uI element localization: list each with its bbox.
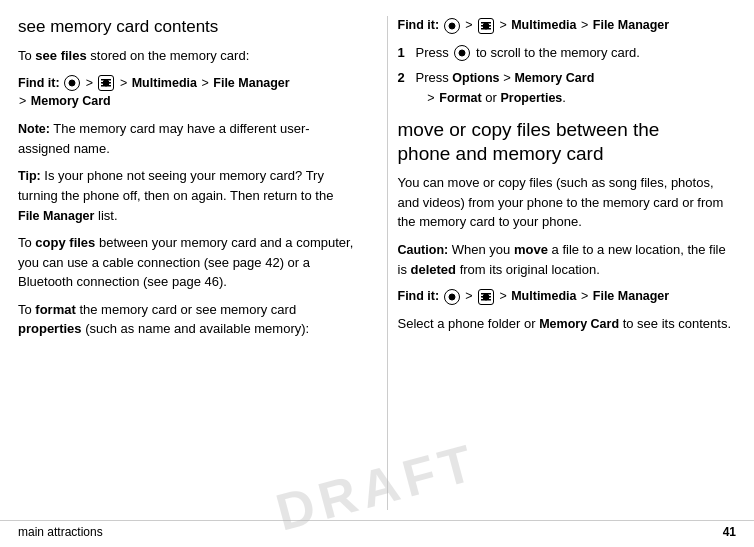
note-paragraph: Note: The memory card may have a differe… — [18, 119, 357, 158]
find-it-1: Find it: > > Multimedia > File Manager >… — [18, 74, 357, 112]
left-section-title: see memory card contents — [18, 16, 357, 38]
r2-multimedia-label: Multimedia — [511, 289, 576, 303]
note-text: The memory card may have a different use… — [18, 121, 310, 156]
step2-num: 2 — [398, 68, 416, 108]
r2-arrow-3: > — [581, 289, 588, 303]
footer-label: main attractions — [18, 525, 103, 539]
copy-bold: copy files — [35, 235, 95, 250]
right-column: Find it: > > Multimedia > File Manager 1 — [387, 16, 737, 510]
step-2: 2 Press Options > Memory Card > Format o… — [398, 68, 737, 108]
body2-rest: to see its contents. — [619, 316, 731, 331]
intro-paragraph: To see files stored on the memory card: — [18, 46, 357, 66]
intro-text: To — [18, 48, 35, 63]
page-footer: main attractions 41 — [0, 520, 754, 547]
content-area: see memory card contents To see files st… — [0, 0, 754, 520]
section2-title-line1: move or copy files between the — [398, 119, 660, 140]
svg-rect-8 — [481, 299, 491, 301]
find-it-2: Find it: > > Multimedia > File Manager — [398, 16, 737, 35]
tip-text2: list. — [94, 208, 117, 223]
format-text: the memory card or see memory card — [76, 302, 296, 317]
find-label-2: Find it: — [398, 18, 440, 32]
right-body1: You can move or copy files (such as song… — [398, 173, 737, 232]
r-arrow-2: > — [499, 18, 506, 32]
menu-icon-1 — [98, 75, 114, 91]
caution-text3: from its original location. — [456, 262, 600, 277]
step2-content: Press Options > Memory Card > Format or … — [416, 68, 595, 108]
step1-content: Press to scroll to the memory card. — [416, 43, 640, 63]
format-intro: To — [18, 302, 35, 317]
caution-text: When you — [448, 242, 514, 257]
page-container: DRAFT see memory card contents To see fi… — [0, 0, 754, 547]
r-multimedia-label: Multimedia — [511, 18, 576, 32]
copy-paragraph: To copy files between your memory card a… — [18, 233, 357, 292]
format-text2: (such as name and available memory): — [82, 321, 310, 336]
step1-num: 1 — [398, 43, 416, 63]
r2-file-manager-label: File Manager — [593, 289, 669, 303]
body2-code: Memory Card — [539, 317, 619, 331]
menu-icon-3 — [478, 289, 494, 305]
step-1: 1 Press to scroll to the memory card. — [398, 43, 737, 63]
format-paragraph: To format the memory card or see memory … — [18, 300, 357, 339]
arrow-1: > — [86, 76, 93, 90]
format-bold2: properties — [18, 321, 82, 336]
step2-properties: Properties — [500, 91, 562, 105]
step2-options: Options — [452, 71, 499, 85]
find-label-1: Find it: — [18, 76, 60, 90]
step2-or: or — [482, 90, 501, 105]
note-label: Note: — [18, 122, 50, 136]
r2-arrow-2: > — [499, 289, 506, 303]
svg-rect-6 — [481, 293, 491, 295]
r-arrow-1: > — [465, 18, 472, 32]
left-column: see memory card contents To see files st… — [18, 16, 367, 510]
svg-rect-4 — [481, 25, 491, 27]
caution-label: Caution: — [398, 243, 449, 257]
step2-gt: > — [500, 70, 515, 85]
step2-period: . — [562, 90, 566, 105]
right-body2: Select a phone folder or Memory Card to … — [398, 314, 737, 334]
right-section-title: move or copy files between the phone and… — [398, 118, 737, 166]
copy-intro: To — [18, 235, 35, 250]
tip-text: Is your phone not seeing your memory car… — [18, 168, 333, 203]
svg-rect-5 — [481, 28, 491, 30]
caution-deleted: deleted — [411, 262, 457, 277]
caution-paragraph: Caution: When you move a file to a new l… — [398, 240, 737, 279]
format-bold: format — [35, 302, 75, 317]
find-label-3: Find it: — [398, 289, 440, 303]
caution-move: move — [514, 242, 548, 257]
multimedia-label-1: Multimedia — [132, 76, 197, 90]
arrow-3: > — [201, 76, 208, 90]
file-manager-label-1: File Manager — [213, 76, 289, 90]
r-file-manager-label: File Manager — [593, 18, 669, 32]
svg-rect-1 — [101, 82, 111, 84]
step1-nav-icon — [454, 45, 470, 61]
tip-label: Tip: — [18, 169, 41, 183]
step1-text2: to scroll to the memory card. — [472, 45, 640, 60]
arrow-2: > — [120, 76, 127, 90]
memory-card-label-1: Memory Card — [31, 94, 111, 108]
intro-bold: see files — [35, 48, 86, 63]
nav-circle-icon-2 — [444, 18, 460, 34]
menu-icon-2 — [478, 18, 494, 34]
tip-file-manager: File Manager — [18, 209, 94, 223]
svg-rect-0 — [101, 79, 111, 81]
section2-title-line2: phone and memory card — [398, 143, 604, 164]
arrow-4: > — [19, 94, 26, 108]
tip-paragraph: Tip: Is your phone not seeing your memor… — [18, 166, 357, 225]
r-arrow-3: > — [581, 18, 588, 32]
svg-rect-7 — [481, 296, 491, 298]
page-number: 41 — [723, 525, 736, 539]
step2-memory: Memory Card — [514, 71, 594, 85]
r2-arrow-1: > — [465, 289, 472, 303]
svg-rect-2 — [101, 85, 111, 87]
nav-circle-icon-1 — [64, 75, 80, 91]
body2-text: Select a phone folder or — [398, 316, 540, 331]
step1-text: Press — [416, 45, 453, 60]
step2-format: Format — [439, 91, 481, 105]
step2-text: Press — [416, 70, 453, 85]
intro-rest: stored on the memory card: — [87, 48, 250, 63]
nav-circle-icon-3 — [444, 289, 460, 305]
find-it-3: Find it: > > Multimedia > File Manager — [398, 287, 737, 306]
svg-rect-3 — [481, 22, 491, 24]
